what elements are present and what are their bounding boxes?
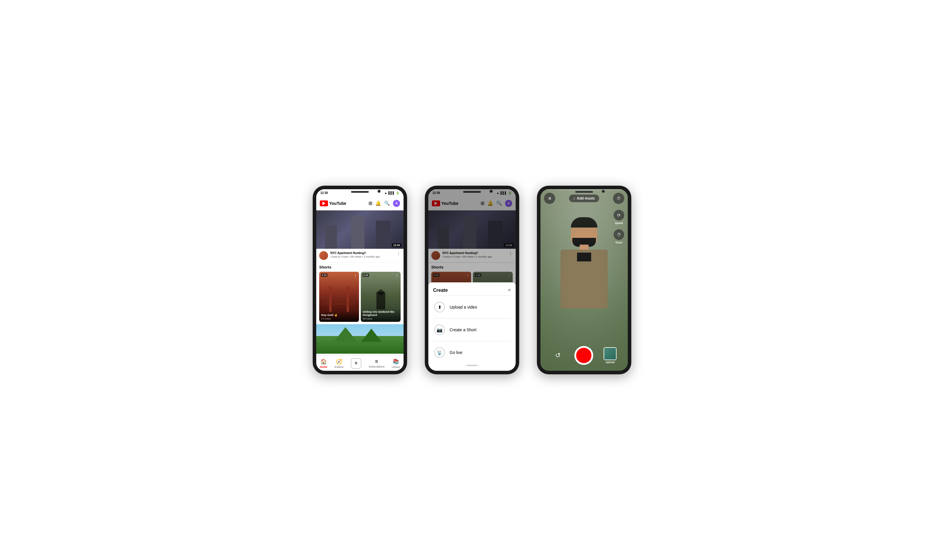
phone-1: 12:30 ▲ ▌▌▌ 🔋 YouTube ⊞ 🔔 🔍 A: [313, 186, 407, 374]
modal-title: Create: [433, 288, 448, 293]
camera-top-bar: ✕ ♪ Add music ⏱: [540, 189, 628, 206]
live-icon: 📡: [434, 347, 445, 358]
timer-icon: ⏱: [614, 229, 624, 240]
bottom-nav-1: 🏠 Home 🧭 Explore + ≡ Subscriptions 📚 Lib…: [316, 355, 404, 371]
timer-label: Timer: [615, 241, 622, 244]
home-icon: 🏠: [320, 358, 327, 365]
video-thumb-bg-1: [316, 211, 404, 249]
avatar-1[interactable]: A: [393, 200, 400, 207]
create-button-1[interactable]: +: [351, 358, 361, 369]
short-title-1: Stay Gold 🤘: [321, 314, 357, 317]
explore-icon: 🧭: [336, 358, 342, 365]
modal-overlay: Create × ⬆ Upload a video 📷 Create a Sho…: [428, 189, 516, 371]
video-meta-1: NYC Apartment Hunting!! Coast to Coast •…: [330, 251, 394, 258]
flip-camera-button[interactable]: ↺: [552, 349, 564, 362]
speed-icon: ⟳: [614, 210, 624, 220]
cast-icon[interactable]: ⊞: [369, 200, 372, 206]
short-title-2: Gliding into weekend like #longboard: [362, 310, 399, 317]
explore-label: Explore: [335, 366, 344, 368]
phone-2: 12:30 ▲ ▌▌▌ 🔋 YouTube ⊞ 🔔 🔍: [425, 186, 519, 374]
nav-library[interactable]: 📚 Library: [392, 358, 400, 368]
nav-home[interactable]: 🏠 Home: [320, 358, 327, 368]
phones-container: 12:30 ▲ ▌▌▌ 🔋 YouTube ⊞ 🔔 🔍 A: [313, 186, 631, 374]
nav-explore[interactable]: 🧭 Explore: [335, 358, 344, 368]
library-label: Library: [392, 366, 400, 368]
building-right: [376, 221, 390, 249]
library-icon: 📚: [393, 358, 399, 365]
shorts-row-1: 0:15 ⋮ Stay Gold 🤘 2.5 views: [316, 271, 404, 324]
upload-label: Upload a video: [450, 305, 477, 309]
record-button[interactable]: [574, 346, 593, 365]
phone-2-screen: 12:30 ▲ ▌▌▌ 🔋 YouTube ⊞ 🔔 🔍: [428, 189, 516, 371]
bridge-tower-1-right: [347, 287, 349, 312]
modal-item-short[interactable]: 📷 Create a Short: [433, 320, 511, 340]
channel-avatar-1: [319, 251, 328, 260]
building-left: [325, 225, 337, 249]
upload-thumb-bg: [604, 348, 616, 360]
camera-progress-bar: [540, 189, 628, 190]
nav-subscriptions[interactable]: ≡ Subscriptions: [369, 358, 385, 368]
modal-close-button[interactable]: ×: [508, 287, 511, 293]
record-btn-inner: [576, 348, 591, 363]
short-duration-1: 0:15: [321, 274, 327, 277]
battery-icon: 🔋: [396, 191, 400, 194]
subscriptions-icon: ≡: [375, 358, 378, 365]
landscape-preview-1[interactable]: [316, 324, 404, 354]
video-info-1: NYC Apartment Hunting!! Coast to Coast •…: [316, 249, 404, 263]
timer-control[interactable]: ⏱ Timer: [614, 229, 624, 244]
short-more-1[interactable]: ⋮: [354, 274, 357, 278]
modal-header: Create ×: [433, 287, 511, 293]
mountain-peak-2: [361, 329, 382, 342]
speed-button[interactable]: ⏱: [613, 193, 624, 204]
short-card-2[interactable]: 0:28 ⋮ Gliding into weekend like #longbo…: [361, 272, 401, 322]
add-music-label: Add music: [577, 196, 595, 200]
short-views-2: 3M views: [362, 317, 399, 320]
search-icon-1[interactable]: 🔍: [384, 200, 390, 206]
top-nav-1: YouTube ⊞ 🔔 🔍 A: [316, 196, 404, 211]
bridge-cable-1: [323, 303, 355, 305]
mountain-peak-1: [334, 327, 357, 342]
short-overlay-1: Stay Gold 🤘 2.5 views: [319, 312, 359, 322]
speed-control[interactable]: ⟳ Speed: [614, 210, 624, 225]
create-short-label: Create a Short: [450, 328, 477, 332]
modal-handle: [466, 365, 478, 366]
wifi-icon: ▲: [384, 191, 387, 194]
more-icon-1[interactable]: ⋮: [396, 251, 401, 256]
home-label: Home: [320, 366, 327, 368]
short-more-2[interactable]: ⋮: [395, 274, 399, 278]
short-duration-2: 0:28: [362, 274, 369, 277]
status-bar-1: 12:30 ▲ ▌▌▌ 🔋: [316, 189, 404, 196]
bell-icon[interactable]: 🔔: [375, 200, 381, 206]
phone-speaker: [351, 191, 369, 193]
video-sub-1: Coast to Coast • 3M views • 2 months ago: [330, 255, 394, 258]
speed-label: Speed: [615, 222, 623, 225]
speed-dial-icon: ⏱: [617, 196, 621, 201]
camera-bottom-bar: ↺ Upload: [540, 346, 628, 365]
add-music-button[interactable]: ♪ Add music: [569, 194, 599, 202]
status-icons-1: ▲ ▌▌▌ 🔋: [384, 191, 400, 194]
go-live-label: Go live: [450, 350, 463, 355]
status-time-1: 12:30: [320, 191, 328, 194]
phone-1-content: 10:00 NYC Apartment Hunting!! Coast to C…: [316, 211, 404, 355]
bridge-tower-1-left: [329, 287, 332, 312]
subscriptions-label: Subscriptions: [369, 365, 385, 368]
create-modal: Create × ⬆ Upload a video 📷 Create a Sho…: [428, 282, 516, 371]
youtube-logo-1: YouTube: [320, 200, 346, 206]
phone-1-screen: 12:30 ▲ ▌▌▌ 🔋 YouTube ⊞ 🔔 🔍 A: [316, 189, 404, 371]
upload-control[interactable]: Upload: [603, 347, 617, 364]
video-thumb-1[interactable]: 10:00: [316, 211, 404, 249]
video-duration-1: 10:00: [392, 243, 401, 247]
music-note-icon: ♪: [573, 196, 575, 200]
modal-item-live[interactable]: 📡 Go live: [433, 343, 511, 363]
camera-view: ✕ ♪ Add music ⏱ ⟳ Speed: [540, 189, 628, 371]
short-card-1[interactable]: 0:15 ⋮ Stay Gold 🤘 2.5 views: [319, 272, 359, 322]
close-camera-button[interactable]: ✕: [544, 193, 555, 204]
modal-item-upload[interactable]: ⬆ Upload a video: [433, 297, 511, 317]
video-title-1: NYC Apartment Hunting!!: [330, 251, 394, 255]
upload-thumbnail: [603, 347, 617, 360]
flip-icon: ↺: [555, 352, 560, 359]
yt-icon-1: [320, 200, 328, 206]
modal-divider-1: [433, 295, 511, 296]
nav-create[interactable]: +: [351, 358, 361, 369]
camera-right-controls: ⟳ Speed ⏱ Timer: [614, 210, 624, 244]
